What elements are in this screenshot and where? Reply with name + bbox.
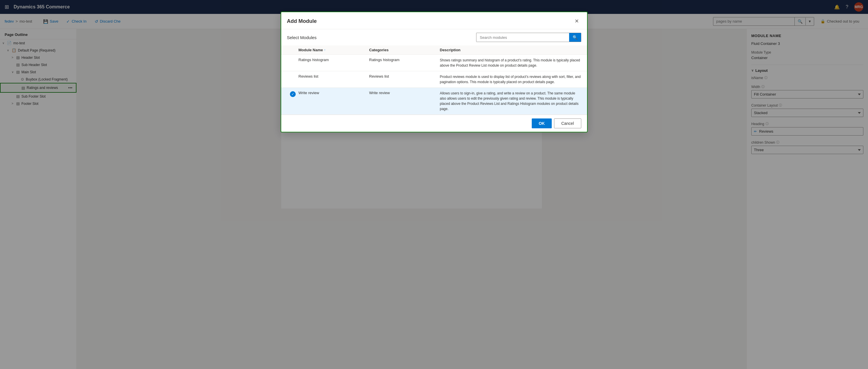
module-desc-1: Shows ratings summary and histogram of a…: [440, 58, 581, 68]
table-row-ratings-histogram[interactable]: Ratings histogram Ratings histogram Show…: [281, 55, 587, 71]
search-modules-input[interactable]: [476, 33, 569, 42]
module-desc-3: Allows users to sign-in, give a rating, …: [440, 91, 581, 112]
check-cell-3: ✓: [287, 91, 299, 97]
module-category-2: Reviews list: [369, 74, 440, 79]
cancel-button[interactable]: Cancel: [554, 119, 581, 128]
dialog-footer: OK Cancel: [281, 115, 587, 132]
dialog-title: Add Module: [287, 18, 317, 24]
add-module-dialog: Add Module ✕ Select Modules 🔍 Module Nam…: [281, 11, 588, 132]
col-header-categories: Categories: [369, 48, 440, 52]
dialog-close-button[interactable]: ✕: [572, 17, 581, 26]
module-category-1: Ratings histogram: [369, 58, 440, 62]
col-header-module-name[interactable]: Module Name ↑: [299, 48, 369, 52]
dialog-search-row: Select Modules 🔍: [281, 29, 587, 45]
col-header-check: [287, 48, 299, 52]
module-name-3: Write review: [299, 91, 369, 95]
selected-check-circle: ✓: [290, 91, 296, 97]
col-header-description: Description: [440, 48, 581, 52]
table-row-write-review[interactable]: ✓ Write review Write review Allows users…: [281, 88, 587, 115]
check-cell-2: [287, 74, 299, 75]
check-cell-1: [287, 58, 299, 58]
module-desc-2: Product reviews module is used to displa…: [440, 74, 581, 85]
table-row-reviews-list[interactable]: Reviews list Reviews list Product review…: [281, 71, 587, 88]
dialog-header: Add Module ✕: [281, 12, 587, 29]
sort-icon: ↑: [324, 49, 326, 52]
module-category-3: Write review: [369, 91, 440, 95]
dialog-overlay: Add Module ✕ Select Modules 🔍 Module Nam…: [0, 0, 868, 369]
ok-button[interactable]: OK: [532, 119, 552, 128]
dialog-table-body: Ratings histogram Ratings histogram Show…: [281, 55, 587, 115]
dialog-body: Select Modules 🔍 Module Name ↑ Categorie…: [281, 29, 587, 115]
module-name-2: Reviews list: [299, 74, 369, 79]
select-modules-label: Select Modules: [287, 35, 317, 40]
search-modules-button[interactable]: 🔍: [569, 33, 581, 42]
module-name-1: Ratings histogram: [299, 58, 369, 62]
dialog-search-box: 🔍: [476, 33, 581, 42]
check-icon: ✓: [291, 92, 294, 96]
dialog-table-header: Module Name ↑ Categories Description: [281, 45, 587, 55]
